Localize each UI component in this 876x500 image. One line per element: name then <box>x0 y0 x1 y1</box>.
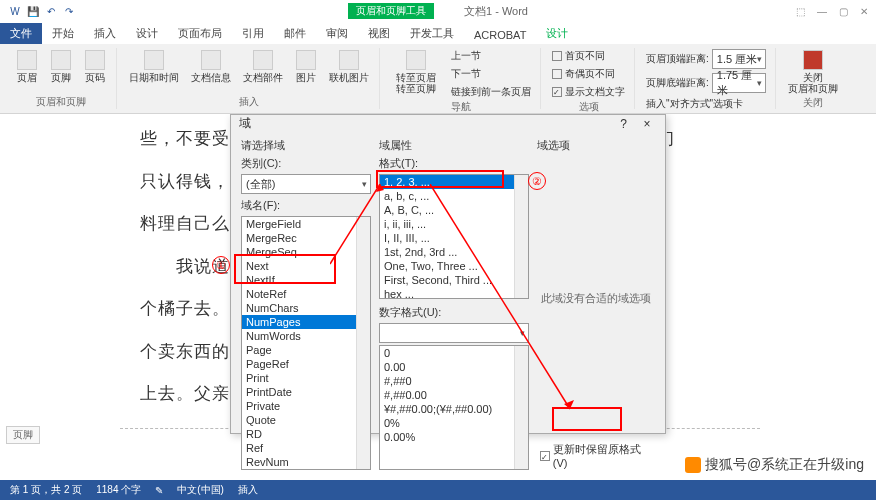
tab-home[interactable]: 开始 <box>42 23 84 44</box>
format-item[interactable]: 1st, 2nd, 3rd ... <box>380 245 528 259</box>
contextual-tab-label: 页眉和页脚工具 <box>348 3 434 19</box>
undo-icon[interactable]: ↶ <box>44 4 58 18</box>
tab-acrobat[interactable]: ACROBAT <box>464 26 536 44</box>
show-doc-text-checkbox[interactable]: 显示文档文字 <box>549 84 628 100</box>
format-item[interactable]: a, b, c, ... <box>380 189 528 203</box>
dialog-title: 域 <box>239 115 620 132</box>
format-item[interactable]: hex ... <box>380 287 528 298</box>
status-proofing-icon[interactable]: ✎ <box>155 485 163 496</box>
ribbon-group-options: 首页不同 奇偶页不同 显示文档文字 选项 <box>543 48 635 109</box>
maximize-icon[interactable]: ▢ <box>839 6 848 17</box>
preserve-format-checkbox[interactable]: 更新时保留原格式(V) <box>537 441 655 470</box>
scrollbar[interactable] <box>356 217 370 469</box>
dialog-col-select-field: 请选择域 类别(C): (全部) 域名(F): MergeFieldMergeR… <box>241 138 371 470</box>
numformat-item[interactable]: #,##0.00 <box>380 388 528 402</box>
field-name-item[interactable]: NumChars <box>242 301 370 315</box>
tab-review[interactable]: 审阅 <box>316 23 358 44</box>
numformat-combo[interactable] <box>379 323 529 343</box>
link-previous-button[interactable]: 链接到前一条页眉 <box>448 84 534 100</box>
numformat-item[interactable]: 0.00 <box>380 360 528 374</box>
tab-mail[interactable]: 邮件 <box>274 23 316 44</box>
field-name-item[interactable]: Ref <box>242 441 370 455</box>
quick-access-toolbar: W 💾 ↶ ↷ <box>8 4 76 18</box>
insert-align-tab-button[interactable]: 插入"对齐方式"选项卡 <box>643 96 769 112</box>
ribbon-options-icon[interactable]: ⬚ <box>796 6 805 17</box>
tab-references[interactable]: 引用 <box>232 23 274 44</box>
status-page[interactable]: 第 1 页，共 2 页 <box>10 483 82 497</box>
dialog-titlebar[interactable]: 域 ? × <box>231 115 665 132</box>
numformat-item[interactable]: 0% <box>380 416 528 430</box>
online-picture-button[interactable]: 联机图片 <box>325 48 373 85</box>
status-insert-mode[interactable]: 插入 <box>238 483 258 497</box>
field-name-item[interactable]: Quote <box>242 413 370 427</box>
field-name-listbox[interactable]: MergeFieldMergeRecMergeSeqNextNextIfNote… <box>241 216 371 470</box>
diff-odd-even-checkbox[interactable]: 奇偶页不同 <box>549 66 628 82</box>
document-title: 文档1 - Word <box>464 4 528 19</box>
footer-bottom-distance-input[interactable]: 1.75 厘米 <box>712 73 766 93</box>
dialog-help-icon[interactable]: ? <box>620 117 627 131</box>
field-name-item[interactable]: MergeSeq <box>242 245 370 259</box>
tab-insert[interactable]: 插入 <box>84 23 126 44</box>
status-word-count[interactable]: 1184 个字 <box>96 483 141 497</box>
field-name-item[interactable]: Next <box>242 259 370 273</box>
format-item[interactable]: First, Second, Third ... <box>380 273 528 287</box>
field-name-item[interactable]: Private <box>242 399 370 413</box>
page-number-button[interactable]: 页码 <box>80 48 110 85</box>
scrollbar[interactable] <box>514 175 528 298</box>
picture-button[interactable]: 图片 <box>291 48 321 85</box>
header-top-distance-input[interactable]: 1.5 厘米 <box>712 49 766 69</box>
diff-first-page-checkbox[interactable]: 首页不同 <box>549 48 628 64</box>
field-name-item[interactable]: Page <box>242 343 370 357</box>
field-name-item[interactable]: Print <box>242 371 370 385</box>
field-name-item[interactable]: NextIf <box>242 273 370 287</box>
quick-parts-button[interactable]: 文档部件 <box>239 48 287 85</box>
tab-file[interactable]: 文件 <box>0 23 42 44</box>
format-listbox[interactable]: 1, 2, 3, ...a, b, c, ...A, B, C, ...i, i… <box>379 174 529 299</box>
field-name-item[interactable]: NoteRef <box>242 287 370 301</box>
numformat-listbox[interactable]: 00.00#,##0#,##0.00¥#,##0.00;(¥#,##0.00)0… <box>379 345 529 470</box>
redo-icon[interactable]: ↷ <box>62 4 76 18</box>
field-name-item[interactable]: RevNum <box>242 455 370 469</box>
numformat-item[interactable]: 0.00% <box>380 430 528 444</box>
format-item[interactable]: One, Two, Three ... <box>380 259 528 273</box>
prev-section-button[interactable]: 上一节 <box>448 48 534 64</box>
header-button[interactable]: 页眉 <box>12 48 42 85</box>
format-item[interactable]: I, II, III, ... <box>380 231 528 245</box>
format-label: 格式(T): <box>379 156 529 171</box>
doc-info-button[interactable]: 文档信息 <box>187 48 235 85</box>
scrollbar[interactable] <box>514 346 528 469</box>
close-header-footer-button[interactable]: 关闭 页眉和页脚 <box>784 48 842 96</box>
ribbon-group-position: 页眉顶端距离:1.5 厘米 页脚底端距离:1.75 厘米 插入"对齐方式"选项卡… <box>637 48 776 109</box>
date-time-button[interactable]: 日期和时间 <box>125 48 183 85</box>
format-item[interactable]: A, B, C, ... <box>380 203 528 217</box>
tab-layout[interactable]: 页面布局 <box>168 23 232 44</box>
numformat-item[interactable]: #,##0 <box>380 374 528 388</box>
field-name-item[interactable]: PrintDate <box>242 385 370 399</box>
tab-design[interactable]: 设计 <box>126 23 168 44</box>
dialog-close-icon[interactable]: × <box>637 117 657 131</box>
category-combo[interactable]: (全部) <box>241 174 371 194</box>
field-name-item[interactable]: RD <box>242 427 370 441</box>
field-name-label: 域名(F): <box>241 198 371 213</box>
field-name-item[interactable]: MergeRec <box>242 231 370 245</box>
close-window-icon[interactable]: ✕ <box>860 6 868 17</box>
no-options-text: 此域没有合适的域选项 <box>537 156 655 441</box>
tab-developer[interactable]: 开发工具 <box>400 23 464 44</box>
tab-view[interactable]: 视图 <box>358 23 400 44</box>
next-section-button[interactable]: 下一节 <box>448 66 534 82</box>
field-name-item[interactable]: MergeField <box>242 217 370 231</box>
status-bar: 第 1 页，共 2 页 1184 个字 ✎ 中文(中国) 插入 <box>0 480 876 500</box>
format-item[interactable]: i, ii, iii, ... <box>380 217 528 231</box>
goto-header-footer-button[interactable]: 转至页眉 转至页脚 <box>388 48 444 96</box>
footer-button[interactable]: 页脚 <box>46 48 76 85</box>
format-item[interactable]: 1, 2, 3, ... <box>380 175 528 189</box>
tab-header-footer-design[interactable]: 设计 <box>536 23 578 44</box>
field-name-item[interactable]: NumPages <box>242 315 370 329</box>
minimize-icon[interactable]: — <box>817 6 827 17</box>
field-name-item[interactable]: PageRef <box>242 357 370 371</box>
numformat-item[interactable]: 0 <box>380 346 528 360</box>
field-name-item[interactable]: NumWords <box>242 329 370 343</box>
status-language[interactable]: 中文(中国) <box>177 483 224 497</box>
numformat-item[interactable]: ¥#,##0.00;(¥#,##0.00) <box>380 402 528 416</box>
save-icon[interactable]: 💾 <box>26 4 40 18</box>
